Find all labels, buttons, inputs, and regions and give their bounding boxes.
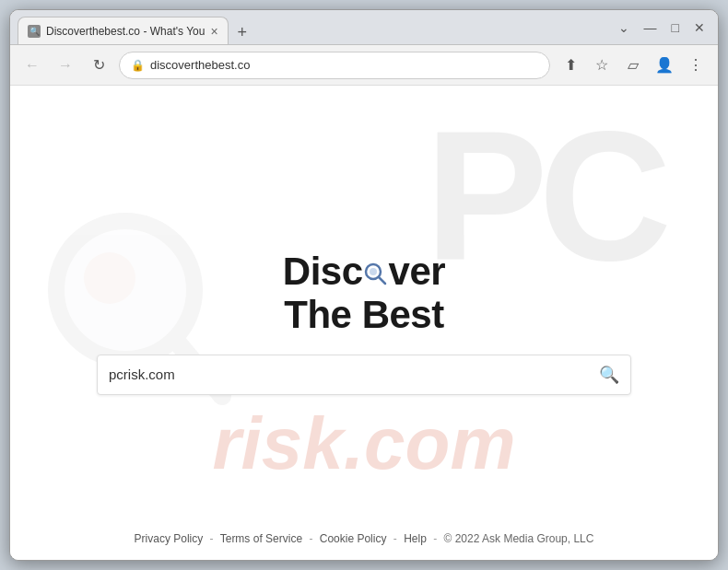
profile-button[interactable]: 👤 [652,52,677,78]
nav-actions: ⬆ ☆ ▱ 👤 ⋮ [558,52,709,78]
maximize-button[interactable]: □ [666,18,685,37]
back-button[interactable]: ← [19,52,45,78]
split-view-button[interactable]: ▱ [620,52,646,78]
watermark-risk: risk.com [212,401,515,486]
browser-window: 🔍 Discoverthebest.co - What's You × + ⌄ … [9,9,719,561]
title-bar: 🔍 Discoverthebest.co - What's You × + ⌄ … [10,10,718,45]
new-tab-button[interactable]: + [232,23,253,42]
lock-icon: 🔒 [131,59,145,72]
page-content: PC risk.com Disc ver The Best [10,86,718,560]
close-button[interactable]: ✕ [688,18,710,37]
logo-line2: The Best [283,294,445,336]
search-button[interactable]: 🔍 [599,365,619,385]
tab-close-button[interactable]: × [210,24,217,39]
logo-magnifier-icon [363,262,389,287]
svg-point-4 [370,268,377,275]
bookmark-button[interactable]: ☆ [589,52,615,78]
site-logo: Disc ver The Best [283,250,445,335]
site-center: Disc ver The Best pcrisk.com 🔍 [10,250,718,394]
sep3: - [393,532,397,545]
terms-of-service-link[interactable]: Terms of Service [220,532,302,545]
sep4: - [433,532,437,545]
forward-button[interactable]: → [53,52,78,78]
active-tab[interactable]: 🔍 Discoverthebest.co - What's You × [18,17,229,44]
copyright-text: © 2022 Ask Media Group, LLC [444,532,594,545]
tab-title: Discoverthebest.co - What's You [46,25,205,38]
tab-area: 🔍 Discoverthebest.co - What's You × + [18,10,605,44]
sep1: - [210,532,214,545]
address-bar[interactable]: 🔒 discoverthebest.co [119,52,550,79]
refresh-button[interactable]: ↻ [86,52,112,78]
url-text: discoverthebest.co [150,58,538,72]
privacy-policy-link[interactable]: Privacy Policy [135,532,204,545]
sep2: - [309,532,312,545]
minimize-button[interactable]: — [639,18,663,37]
tab-favicon: 🔍 [28,25,41,38]
collapse-button[interactable]: ⌄ [613,18,635,37]
navigation-bar: ← → ↻ 🔒 discoverthebest.co ⬆ ☆ ▱ 👤 ⋮ [10,45,718,86]
window-controls: ⌄ — □ ✕ [605,18,710,37]
share-button[interactable]: ⬆ [558,52,583,78]
search-box[interactable]: pcrisk.com 🔍 [97,355,631,395]
more-options-button[interactable]: ⋮ [683,52,709,78]
logo-line1: Disc ver [283,250,445,293]
svg-line-5 [379,277,385,284]
help-link[interactable]: Help [404,532,427,545]
cookie-policy-link[interactable]: Cookie Policy [320,532,387,545]
search-input[interactable]: pcrisk.com [109,366,599,382]
site-footer: Privacy Policy - Terms of Service - Cook… [10,532,718,545]
